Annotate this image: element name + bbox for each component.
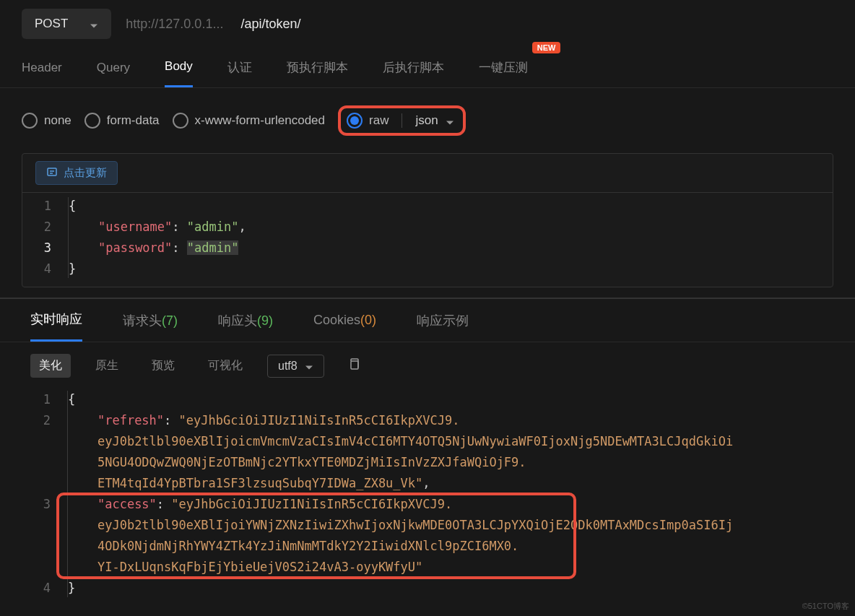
raw-format-highlight: raw json <box>338 105 466 136</box>
radio-icon <box>84 113 100 129</box>
response-tabs: 实时响应 请求头(7) 响应头(9) Cookies(0) 响应示例 <box>0 299 855 342</box>
radio-icon <box>22 113 38 129</box>
view-visual[interactable]: 可视化 <box>199 354 251 378</box>
line-gutter: 1 2 3 4 <box>22 196 63 279</box>
url-path: /api/token/ <box>240 17 300 32</box>
response-gutter: 1 2 3 4 <box>22 389 62 599</box>
chevron-down-icon <box>446 116 454 125</box>
refresh-button[interactable]: 点击更新 <box>35 161 118 185</box>
rtab-example[interactable]: 响应示例 <box>417 312 469 341</box>
method-select[interactable]: POST <box>22 9 111 39</box>
response-body[interactable]: 1 2 3 4 { "refresh": "eyJhbGciOiJIUzI1Ni… <box>22 389 833 599</box>
refresh-label: 点击更新 <box>64 166 107 180</box>
svg-rect-1 <box>351 361 358 369</box>
new-badge: NEW <box>532 42 561 53</box>
radio-label: x-www-form-urlencoded <box>195 113 325 128</box>
radio-urlencoded[interactable]: x-www-form-urlencoded <box>173 113 325 129</box>
svg-rect-0 <box>48 168 56 175</box>
body-editor: 点击更新 1 2 3 4 { "username": "admin", "pas… <box>22 153 833 287</box>
url-host: http://127.0.0.1... <box>126 17 223 32</box>
radio-icon <box>173 113 188 129</box>
code-content: { "username": "admin", "password": "admi… <box>63 196 833 279</box>
tab-postscript[interactable]: 后执行脚本 <box>383 52 444 87</box>
encoding-value: utf8 <box>278 360 298 373</box>
chevron-down-icon <box>305 362 313 370</box>
rtab-request-headers[interactable]: 请求头(7) <box>123 312 178 341</box>
radio-raw[interactable]: raw <box>347 113 389 129</box>
method-value: POST <box>35 17 68 31</box>
tab-auth[interactable]: 认证 <box>227 52 252 87</box>
request-body-code[interactable]: 1 2 3 4 { "username": "admin", "password… <box>22 193 833 287</box>
rtab-realtime[interactable]: 实时响应 <box>30 311 82 342</box>
view-preview[interactable]: 预览 <box>143 354 183 378</box>
body-type-selector: none form-data x-www-form-urlencoded raw… <box>0 88 855 153</box>
radio-icon-checked <box>347 113 363 129</box>
tab-query[interactable]: Query <box>97 53 130 87</box>
rtab-response-headers[interactable]: 响应头(9) <box>218 312 273 341</box>
request-top-bar: POST http://127.0.0.1... /api/token/ <box>0 0 855 52</box>
refresh-icon <box>46 166 58 180</box>
copy-icon[interactable] <box>347 357 360 374</box>
tab-loadtest: 一键压测 <box>479 52 529 87</box>
radio-label: form-data <box>107 113 160 128</box>
response-content: { "refresh": "eyJhbGciOiJIUzI1NiIsInR5cC… <box>62 389 833 599</box>
radio-label: raw <box>369 113 389 128</box>
view-beautify[interactable]: 美化 <box>30 354 71 378</box>
request-tabs: Header Query Body 认证 预执行脚本 后执行脚本 一键压测 NE… <box>0 52 855 88</box>
format-select[interactable]: json <box>402 113 453 128</box>
tab-header[interactable]: Header <box>22 53 62 87</box>
radio-form-data[interactable]: form-data <box>84 113 160 129</box>
tab-body[interactable]: Body <box>165 52 193 87</box>
encoding-select[interactable]: utf8 <box>267 355 324 378</box>
tab-loadtest-wrap[interactable]: 一键压测 NEW <box>479 52 561 87</box>
radio-none[interactable]: none <box>22 113 71 129</box>
view-raw[interactable]: 原生 <box>87 354 127 378</box>
tab-prescript[interactable]: 预执行脚本 <box>287 52 348 87</box>
chevron-down-icon <box>90 19 98 28</box>
editor-toolbar: 点击更新 <box>22 154 833 193</box>
format-value: json <box>415 113 438 128</box>
response-view-toolbar: 美化 原生 预览 可视化 utf8 <box>0 342 855 389</box>
radio-label: none <box>44 113 71 128</box>
url-input[interactable]: http://127.0.0.1... /api/token/ <box>126 17 300 32</box>
rtab-cookies[interactable]: Cookies(0) <box>313 313 376 339</box>
watermark: ©51CTO博客 <box>802 601 849 612</box>
